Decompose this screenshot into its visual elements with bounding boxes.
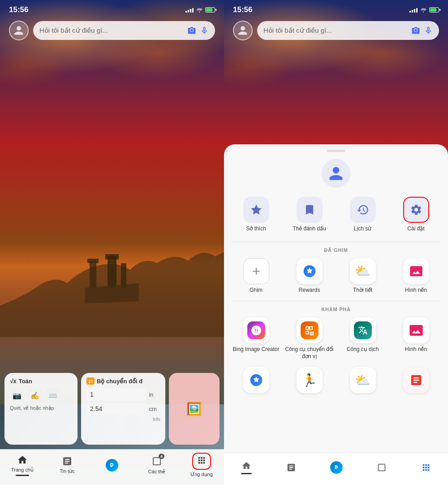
widgets-area: √x Toán 📷 ✍️ ⌨️ Quét, vẽ hoặc nhập ⇄ Bộ … [0,373,224,445]
rewards2-icon-box [243,367,269,393]
left-time: 15:56 [9,5,28,14]
bookmark-icon [303,204,316,216]
translate-app-icon [354,321,372,339]
camera-icon[interactable] [187,26,196,35]
toan-title: Toán [19,378,32,385]
discover-converter-tool[interactable]: Công cụ chuyển đổi đơn vị [284,317,334,360]
right-camera-icon[interactable] [411,26,420,35]
converter-row-1: 1 in [86,388,160,401]
nav-home-label: Trang chủ [11,467,34,473]
left-search-bar[interactable]: Hỏi tôi bất cứ điều gì... [33,21,215,40]
toan-icons: 📷 ✍️ ⌨️ [10,388,72,403]
third-widget[interactable]: 🖼️ [169,373,220,445]
nav-cards[interactable]: 4 Các thẻ [141,454,172,476]
toan-camera: 📷 [10,388,24,403]
left-search-area: Hỏi tôi bất cứ điều gì... [0,17,224,46]
converter-title: Bộ chuyển đổi đ [97,378,142,385]
discover-news2[interactable] [391,367,441,393]
cai-dat-icon-box [403,197,429,223]
nav-apps[interactable]: Ứng dụng [186,451,217,479]
converter-input-1: 1 [86,388,146,401]
sheet-nav-apps[interactable] [421,463,431,472]
settings-icon [410,204,422,216]
sheet-nav-home[interactable] [241,461,252,474]
landscape-area [0,225,224,337]
left-avatar[interactable] [9,21,29,40]
pinned-rewards[interactable]: Rewards [284,258,334,294]
discover-bing-image-creator[interactable]: Bing Image Creator [231,317,281,360]
rewards-label: Rewards [299,287,320,294]
left-panel: 15:56 Hỏi tôi bất cứ điều gì... [0,0,224,485]
sheet-bing-logo [330,461,343,474]
cards-icon-wrap: 4 [151,455,163,467]
sheet-cards-wrap [377,463,387,472]
translate-icon-box [350,317,376,343]
nav-bing[interactable] [96,457,128,473]
weather-icon-box: ⛅ [350,258,376,284]
rewards-icon-box [297,258,323,284]
signal-icon [185,7,194,13]
right-signal-icon [409,7,418,13]
menu-lich-su[interactable]: Lịch sử [338,197,388,233]
converter-tool-app-icon [301,321,319,339]
wallpaper-icon [409,264,423,278]
left-status-icons [185,7,215,13]
weather-emoji: ⛅ [355,264,370,278]
nav-news[interactable]: Tin tức [52,454,83,476]
discover-weather2[interactable]: ⛅ [338,367,388,393]
converter-widget[interactable]: ⇄ Bộ chuyển đổi đ 1 in 2.54 cm Info [81,373,165,445]
discover-hinh-nen[interactable]: Hình nền [391,317,441,360]
converter-unit-2: cm [149,406,160,412]
nav-home[interactable]: Trang chủ [7,453,38,478]
bic-app-icon [247,321,265,339]
rewards2-icon [249,373,263,387]
apps-grid-icon [197,455,207,465]
right-battery [429,7,439,13]
right-search-bar[interactable]: Hỏi tôi bất cứ điều gì... [257,21,439,40]
nav-news-label: Tin tức [60,468,75,474]
converter-input-2: 2.54 [86,403,146,415]
menu-so-thich[interactable]: Sở thích [231,197,281,233]
cai-dat-label: Cài đặt [407,225,424,233]
sheet-apps-icon [421,463,431,472]
menu-the-danh-dau[interactable]: Thẻ đánh dấu [284,197,334,233]
right-time: 15:56 [233,5,252,14]
pinned-ghim[interactable]: Ghim [231,258,281,294]
sheet-nav-news[interactable] [286,463,296,472]
plus-icon [250,265,262,277]
right-status-bar: 15:56 [224,0,448,17]
right-avatar[interactable] [233,21,253,40]
discover-section-label: KHÁM PHÁ [224,307,448,312]
toan-draw: ✍️ [28,388,42,403]
hinh-nen-pinned-label: Hình nền [405,287,427,294]
svg-rect-3 [105,254,119,260]
sheet-handle [327,150,345,152]
sheet-news-icon [286,463,296,472]
right-mic-icon[interactable] [424,26,433,35]
left-battery [205,7,215,13]
ghim-icon-box [243,258,269,284]
svg-rect-0 [90,261,96,288]
sheet-nav-bing[interactable] [330,461,343,474]
mic-icon[interactable] [200,26,209,35]
discover-translate[interactable]: Công cụ dịch [338,317,388,360]
weather2-icon-box: ⛅ [350,367,376,393]
discover-grid-2: 🏃 ⛅ [224,367,448,393]
wifi-icon [196,7,203,13]
toan-widget[interactable]: √x Toán 📷 ✍️ ⌨️ Quét, vẽ hoặc nhập [4,373,78,445]
converter-header: ⇄ Bộ chuyển đổi đ [86,377,160,385]
pinned-weather[interactable]: ⛅ Thời tiết [338,258,388,294]
discover-rewards2[interactable] [231,367,281,393]
pinned-hinh-nen[interactable]: Hình nền [391,258,441,294]
menu-cai-dat[interactable]: Cài đặt [391,197,441,233]
sheet-home-icon [241,461,251,471]
sheet-nav-cards[interactable] [377,463,387,472]
right-search-icons [411,26,433,35]
svg-rect-1 [87,259,99,263]
sheet-avatar[interactable] [322,159,350,188]
sheet-home-underline [241,473,252,474]
discover-activity[interactable]: 🏃 [284,367,334,393]
left-search-icons [187,26,209,35]
toan-label: Quét, vẽ hoặc nhập [10,405,72,411]
home-underline [16,475,29,476]
